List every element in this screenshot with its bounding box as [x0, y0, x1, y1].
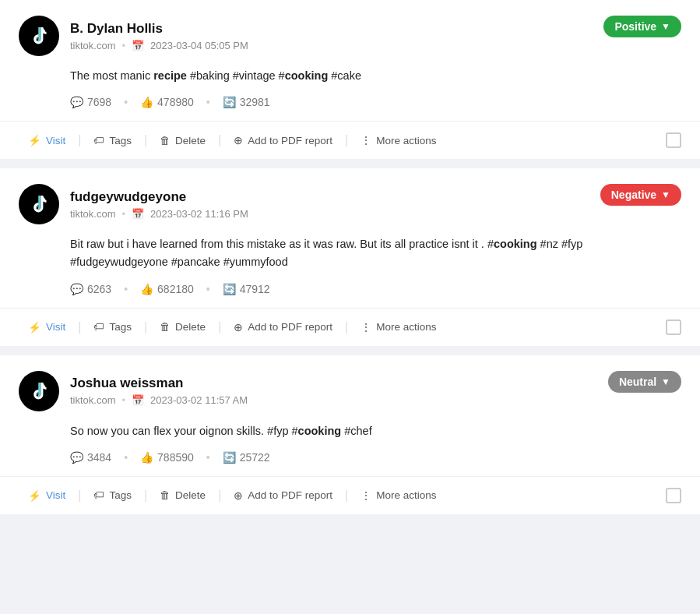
- post-header: B. Dylan Hollis tiktok.com • 📅 2023-03-0…: [19, 16, 681, 56]
- share-icon: 🔄: [223, 451, 236, 464]
- like-icon: 👍: [140, 96, 153, 108]
- tags-button[interactable]: 🏷 Tags: [84, 485, 141, 506]
- post-header: Joshua weissman tiktok.com • 📅 2023-03-0…: [19, 371, 681, 411]
- post-content: The most manic recipe #baking #vintage #…: [19, 67, 681, 85]
- visit-icon: ⚡: [28, 321, 41, 333]
- stat-sep-1: •: [124, 283, 128, 295]
- tags-icon: 🏷: [93, 321, 104, 333]
- like-stat: 👍 478980: [140, 96, 194, 108]
- add-to-pdf-button[interactable]: ⊕ Add to PDF report: [224, 129, 342, 151]
- sentiment-badge[interactable]: Positive ▼: [603, 16, 681, 37]
- action-sep-2: |: [144, 320, 147, 334]
- visit-icon: ⚡: [28, 489, 41, 502]
- comment-icon: 💬: [70, 451, 83, 464]
- share-icon: 🔄: [223, 96, 236, 108]
- comment-stat: 💬 7698: [70, 96, 111, 108]
- share-stat: 🔄 47912: [223, 283, 270, 295]
- post-date: 2023-03-02 11:16 PM: [150, 208, 248, 220]
- share-stat: 🔄 25722: [223, 451, 270, 464]
- like-stat: 👍 788590: [140, 451, 194, 464]
- tags-label: Tags: [109, 489, 132, 501]
- more-actions-button[interactable]: ⋮ More actions: [351, 316, 445, 338]
- post-header: fudgeywudgeyone tiktok.com • 📅 2023-03-0…: [19, 184, 681, 224]
- visit-button[interactable]: ⚡ Visit: [19, 485, 75, 506]
- like-stat: 👍 682180: [140, 283, 194, 295]
- action-sep-2: |: [144, 133, 147, 147]
- tags-label: Tags: [109, 321, 132, 333]
- more-icon: ⋮: [361, 321, 371, 333]
- comment-stat: 💬 3484: [70, 451, 111, 464]
- author-info: B. Dylan Hollis tiktok.com • 📅 2023-03-0…: [70, 21, 248, 51]
- visit-label: Visit: [46, 135, 65, 146]
- post-content: Bit raw but i have learned from this mis…: [19, 235, 681, 271]
- action-sep-4: |: [345, 133, 348, 147]
- post-checkbox[interactable]: [666, 488, 681, 503]
- sentiment-label: Positive: [614, 20, 656, 33]
- action-sep-2: |: [144, 489, 147, 503]
- sentiment-badge[interactable]: Neutral ▼: [608, 371, 681, 393]
- post-content: So now you can flex your oignon skills. …: [19, 422, 681, 440]
- delete-label: Delete: [175, 489, 206, 501]
- action-sep-4: |: [345, 489, 348, 503]
- action-sep-3: |: [218, 133, 221, 147]
- tags-button[interactable]: 🏷 Tags: [84, 316, 141, 337]
- platform-label: tiktok.com: [70, 208, 116, 220]
- add-to-pdf-button[interactable]: ⊕ Add to PDF report: [224, 485, 342, 506]
- author-name: fudgeywudgeyone: [70, 189, 248, 205]
- author-info: fudgeywudgeyone tiktok.com • 📅 2023-03-0…: [70, 189, 248, 220]
- sentiment-label: Neutral: [619, 376, 656, 388]
- post-stats: 💬 7698 • 👍 478980 • 🔄 32981: [19, 96, 681, 108]
- pdf-label: Add to PDF report: [248, 489, 332, 501]
- like-icon: 👍: [140, 451, 153, 464]
- sentiment-chevron-icon: ▼: [661, 189, 670, 200]
- meta-separator: •: [122, 40, 126, 51]
- post-header-left: fudgeywudgeyone tiktok.com • 📅 2023-03-0…: [19, 184, 248, 224]
- delete-button[interactable]: 🗑 Delete: [150, 316, 215, 337]
- pdf-label: Add to PDF report: [248, 135, 332, 146]
- sentiment-badge[interactable]: Negative ▼: [600, 184, 681, 206]
- visit-button[interactable]: ⚡ Visit: [19, 316, 75, 338]
- post-header-left: B. Dylan Hollis tiktok.com • 📅 2023-03-0…: [19, 16, 248, 56]
- post-actions: ⚡ Visit | 🏷 Tags | 🗑 Delete | ⊕ Add to P…: [0, 308, 700, 346]
- post-card: B. Dylan Hollis tiktok.com • 📅 2023-03-0…: [0, 0, 700, 159]
- delete-button[interactable]: 🗑 Delete: [150, 130, 215, 151]
- stat-sep-1: •: [124, 96, 128, 108]
- pdf-label: Add to PDF report: [248, 321, 332, 333]
- more-actions-button[interactable]: ⋮ More actions: [351, 485, 445, 506]
- calendar-icon: 📅: [132, 208, 144, 220]
- comment-stat: 💬 6263: [70, 283, 111, 295]
- action-sep-1: |: [78, 489, 81, 503]
- author-meta: tiktok.com • 📅 2023-03-04 05:05 PM: [70, 40, 248, 51]
- author-meta: tiktok.com • 📅 2023-03-02 11:57 AM: [70, 394, 248, 406]
- pdf-icon: ⊕: [234, 489, 243, 502]
- add-to-pdf-button[interactable]: ⊕ Add to PDF report: [224, 316, 342, 338]
- post-checkbox[interactable]: [666, 132, 681, 148]
- share-count: 25722: [240, 451, 270, 464]
- visit-label: Visit: [46, 321, 65, 333]
- comment-count: 3484: [87, 451, 111, 464]
- post-actions: ⚡ Visit | 🏷 Tags | 🗑 Delete | ⊕ Add to P…: [0, 476, 700, 514]
- like-count: 788590: [157, 451, 194, 464]
- visit-button[interactable]: ⚡ Visit: [19, 129, 75, 151]
- visit-icon: ⚡: [28, 134, 41, 146]
- delete-icon: 🗑: [160, 135, 171, 146]
- share-count: 47912: [240, 283, 270, 295]
- post-checkbox[interactable]: [666, 319, 681, 335]
- more-icon: ⋮: [361, 489, 371, 502]
- pdf-icon: ⊕: [234, 134, 243, 146]
- like-count: 478980: [157, 96, 194, 108]
- stat-sep-2: •: [206, 96, 210, 108]
- delete-button[interactable]: 🗑 Delete: [150, 485, 215, 506]
- post-card: Joshua weissman tiktok.com • 📅 2023-03-0…: [0, 355, 700, 514]
- calendar-icon: 📅: [132, 40, 144, 51]
- platform-label: tiktok.com: [70, 394, 116, 406]
- share-stat: 🔄 32981: [223, 96, 270, 108]
- action-sep-3: |: [218, 489, 221, 503]
- post-header-left: Joshua weissman tiktok.com • 📅 2023-03-0…: [19, 371, 248, 411]
- visit-label: Visit: [46, 489, 65, 501]
- more-actions-button[interactable]: ⋮ More actions: [351, 129, 445, 151]
- tags-button[interactable]: 🏷 Tags: [84, 130, 141, 151]
- post-actions: ⚡ Visit | 🏷 Tags | 🗑 Delete | ⊕ Add to P…: [0, 121, 700, 159]
- post-card: fudgeywudgeyone tiktok.com • 📅 2023-03-0…: [0, 168, 700, 345]
- author-name: Joshua weissman: [70, 376, 248, 391]
